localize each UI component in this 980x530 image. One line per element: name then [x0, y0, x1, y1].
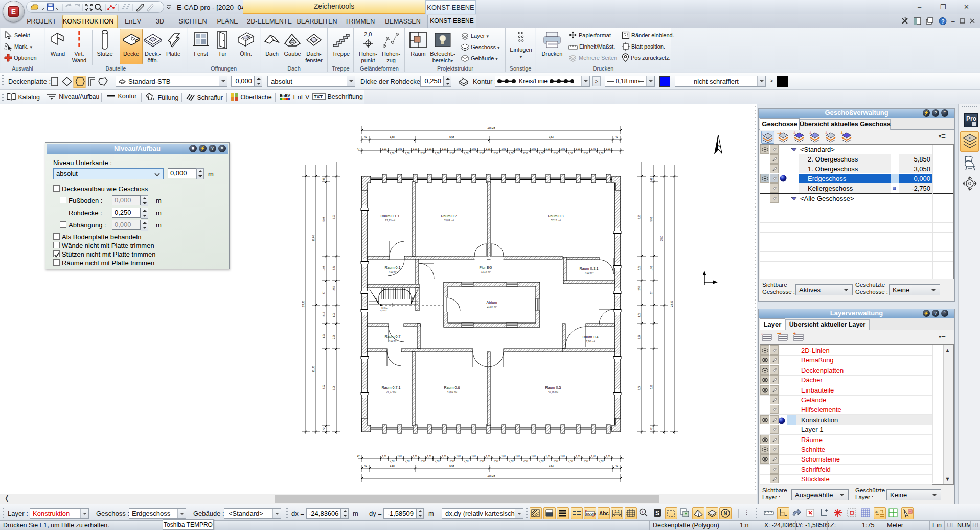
svg-text:1,01: 1,01 — [591, 455, 596, 458]
svg-text:6,93: 6,93 — [333, 214, 335, 219]
svg-text:2,50: 2,50 — [584, 152, 588, 155]
svg-text:Raum 0.7: Raum 0.7 — [384, 334, 400, 339]
svg-text:47: 47 — [357, 148, 360, 150]
svg-text:1,01: 1,01 — [532, 455, 536, 458]
svg-text:2,50: 2,50 — [480, 460, 484, 463]
svg-text:2,50: 2,50 — [554, 152, 558, 155]
svg-text:+: + — [793, 331, 796, 336]
svg-text:57,16 m²: 57,16 m² — [548, 390, 558, 394]
svg-text:9,63: 9,63 — [549, 464, 554, 467]
svg-text:1,01: 1,01 — [427, 148, 432, 150]
svg-text:2,50: 2,50 — [450, 460, 454, 463]
svg-text:1,01: 1,01 — [576, 455, 581, 458]
svg-text:2,50: 2,50 — [554, 460, 558, 463]
svg-text:1,01: 1,01 — [561, 455, 565, 458]
svg-text:1,01: 1,01 — [427, 455, 432, 458]
svg-text:1,01: 1,01 — [333, 312, 335, 317]
svg-text:2,50: 2,50 — [539, 460, 544, 463]
svg-text:23,93: 23,93 — [302, 301, 305, 307]
svg-text:3,16: 3,16 — [323, 312, 325, 316]
svg-text:2,50: 2,50 — [638, 286, 641, 290]
svg-text:42: 42 — [615, 464, 618, 467]
svg-text:2,50: 2,50 — [599, 152, 604, 155]
svg-text:6,06: 6,06 — [638, 385, 641, 390]
svg-text:1,01: 1,01 — [591, 148, 596, 150]
svg-text:5,81: 5,81 — [333, 265, 335, 270]
svg-text:1,01: 1,01 — [398, 148, 402, 150]
svg-text:?: ? — [115, 3, 117, 7]
svg-text:N: N — [718, 144, 720, 148]
svg-text:1.2: 1.2 — [614, 510, 620, 513]
svg-text:1,01: 1,01 — [606, 148, 611, 150]
svg-text:7,90 m²: 7,90 m² — [389, 270, 397, 273]
svg-text:2,50: 2,50 — [660, 236, 663, 241]
svg-text:2,0: 2,0 — [364, 31, 372, 37]
svg-text:1,01: 1,01 — [413, 455, 418, 458]
svg-text:TXT: TXT — [314, 94, 323, 99]
svg-text:2,50: 2,50 — [584, 460, 588, 463]
svg-text:5,92: 5,92 — [323, 384, 325, 389]
svg-text:a: a — [875, 509, 878, 514]
svg-text:5,81: 5,81 — [638, 265, 641, 270]
svg-text:2,50: 2,50 — [568, 152, 573, 155]
svg-text:2,50: 2,50 — [464, 152, 469, 155]
svg-text:2,50: 2,50 — [480, 152, 484, 155]
svg-text:1,01: 1,01 — [382, 148, 387, 150]
svg-text:2,26: 2,26 — [638, 334, 641, 339]
svg-text:7,90 m²: 7,90 m² — [586, 340, 595, 343]
svg-text:6,06: 6,06 — [333, 385, 335, 390]
svg-text:2,50: 2,50 — [421, 460, 425, 463]
svg-text:21,23 m²: 21,23 m² — [385, 219, 395, 222]
svg-text:2,50: 2,50 — [568, 460, 573, 463]
svg-text:?: ? — [941, 18, 945, 25]
svg-text:➞: ➞ — [777, 131, 782, 136]
svg-text:1,01: 1,01 — [638, 312, 641, 317]
svg-text:+: + — [840, 131, 844, 136]
svg-text:1,01: 1,01 — [472, 455, 476, 458]
svg-text:3,68: 3,68 — [390, 135, 395, 139]
svg-text:Raum 0.4: Raum 0.4 — [582, 335, 598, 339]
svg-text:2,50: 2,50 — [333, 286, 335, 290]
svg-text:1,01: 1,01 — [398, 455, 402, 458]
svg-text:21,22 m²: 21,22 m² — [386, 390, 396, 394]
svg-text:21,87 m²: 21,87 m² — [487, 305, 497, 308]
svg-text:33,69 m²: 33,69 m² — [444, 219, 454, 222]
svg-text:2,50: 2,50 — [509, 460, 514, 463]
svg-text:+: + — [809, 131, 812, 136]
svg-text:2,50: 2,50 — [523, 460, 528, 463]
svg-text:Raum 0.3: Raum 0.3 — [548, 214, 563, 218]
svg-text:S: S — [655, 510, 659, 517]
svg-text:1,01: 1,01 — [413, 148, 418, 150]
svg-text:13,93: 13,93 — [312, 366, 315, 373]
svg-text:2,50: 2,50 — [405, 460, 410, 463]
svg-text:42: 42 — [650, 427, 653, 430]
svg-text:42: 42 — [364, 464, 367, 467]
svg-text:3,58: 3,58 — [390, 464, 395, 467]
svg-text:33,69 m²: 33,69 m² — [447, 390, 457, 394]
svg-text:1,01: 1,01 — [561, 148, 565, 150]
svg-text:Atrium: Atrium — [487, 300, 497, 305]
svg-text:1,01: 1,01 — [457, 148, 461, 150]
svg-text:+: + — [825, 131, 828, 136]
svg-text:2,50: 2,50 — [421, 152, 425, 155]
svg-text:Raum 0.6: Raum 0.6 — [444, 385, 460, 390]
svg-text:5,68: 5,68 — [449, 135, 454, 139]
svg-text:1,01: 1,01 — [516, 148, 520, 150]
svg-text:2,50: 2,50 — [494, 460, 498, 463]
svg-text:1,01: 1,01 — [546, 455, 551, 458]
svg-text:1,01: 1,01 — [486, 455, 491, 458]
svg-text:1,01: 1,01 — [532, 148, 536, 150]
svg-text:1,21: 1,21 — [323, 333, 325, 338]
svg-text:Raum 0.1: Raum 0.1 — [384, 265, 400, 270]
svg-text:2,50: 2,50 — [390, 152, 395, 155]
svg-text:2,50: 2,50 — [390, 460, 395, 463]
svg-text:1,01: 1,01 — [516, 455, 520, 458]
svg-text:5,68: 5,68 — [449, 464, 454, 467]
svg-text:2,50: 2,50 — [494, 152, 498, 155]
svg-text:1,01: 1,01 — [382, 455, 387, 458]
svg-text:1,01: 1,01 — [502, 148, 506, 150]
svg-text:1,01: 1,01 — [442, 455, 447, 458]
svg-text:1,92: 1,92 — [323, 266, 325, 270]
svg-text:5,92: 5,92 — [650, 384, 653, 389]
svg-text:20,08: 20,08 — [487, 126, 495, 129]
